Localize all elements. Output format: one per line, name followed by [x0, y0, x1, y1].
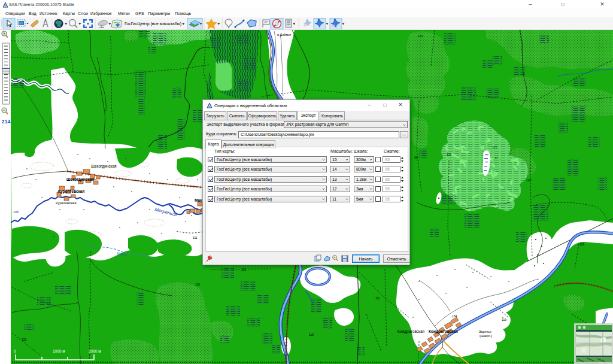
svg-text:1000 м: 1000 м — [53, 349, 65, 353]
svg-text:и Доймет: и Доймет — [277, 33, 292, 37]
svg-text:111: 111 — [375, 296, 380, 300]
svg-text:z14: z14 — [2, 119, 11, 125]
svg-text:128: 128 — [526, 178, 532, 182]
svg-text:Куратовская: Куратовская — [56, 201, 76, 205]
svg-text:0: 0 — [14, 349, 16, 353]
svg-text:121: 121 — [418, 34, 423, 38]
svg-text:121: 121 — [447, 153, 452, 156]
svg-text:132: 132 — [22, 338, 27, 341]
svg-text:Мак: Мак — [195, 198, 202, 202]
svg-text:105: 105 — [13, 210, 19, 214]
svg-text:113: 113 — [502, 318, 506, 321]
svg-text:134: 134 — [452, 314, 457, 318]
svg-text:37: 37 — [494, 156, 498, 160]
svg-text:Шекогдинская: Шекогдинская — [66, 177, 94, 182]
svg-text:ГосГисЦентр (все масштабы): ГосГисЦентр (все масштабы) — [125, 22, 181, 26]
svg-text:(нежил.): (нежил.) — [480, 334, 492, 338]
svg-text:Заречье: Заречье — [479, 330, 491, 333]
svg-text:Кондратовская: Кондратовская — [397, 329, 425, 334]
svg-text:2000 м: 2000 м — [89, 349, 101, 353]
svg-text:116: 116 — [309, 333, 314, 336]
svg-text:112: 112 — [241, 268, 246, 271]
svg-text:Кондратовская: Кондратовская — [429, 329, 458, 334]
svg-text:Шекогдинская: Шекогдинская — [91, 164, 117, 169]
svg-text:110: 110 — [195, 283, 200, 286]
svg-text:119: 119 — [579, 242, 584, 246]
svg-text:121: 121 — [492, 145, 497, 149]
svg-text:Куроптевская: Куроптевская — [58, 189, 84, 194]
svg-text:111: 111 — [193, 236, 198, 239]
svg-text:36: 36 — [414, 156, 418, 159]
